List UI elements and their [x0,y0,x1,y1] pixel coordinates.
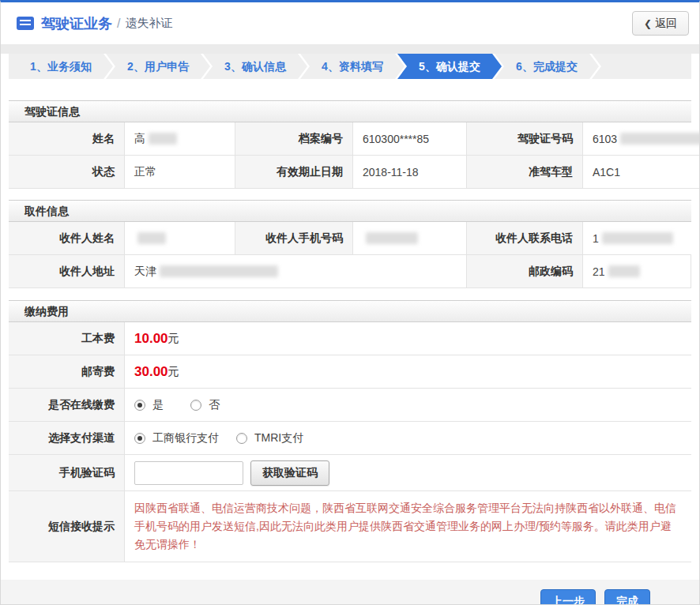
breadcrumb-current: 遗失补证 [125,16,172,31]
step-4-fill-data: 4、资料填写 [300,54,405,79]
online-payment-row: 是否在线缴费 是 否 [9,389,691,422]
redacted-value [149,133,177,145]
payment-channel-label: 选择支付渠道 [9,422,125,455]
expiry-date-value: 2018-11-18 [353,156,467,189]
back-button[interactable]: ❮ 返回 [632,11,689,36]
license-number-value: 6103 [583,122,700,156]
radio-icon [236,433,247,444]
status-label: 状态 [9,156,125,189]
recipient-address-label: 收件人地址 [9,255,125,288]
license-number-label: 驾驶证号码 [467,122,583,156]
file-number-label: 档案编号 [235,122,353,156]
production-fee-unit: 元 [168,332,179,346]
recipient-mobile-value [353,222,467,255]
license-info-section: 驾驶证信息 姓名 高 档案编号 610300****85 驾驶证号码 6103 … [9,100,691,189]
postage-fee-amount: 30.00 [134,364,168,380]
vehicle-class-label: 准驾车型 [467,156,583,189]
postage-fee-row: 邮寄费 30.00元 [9,355,691,389]
radio-online-yes[interactable]: 是 [134,398,164,412]
back-button-label: 返回 [655,17,677,31]
radio-channel-icbc[interactable]: 工商银行支付 [134,431,219,445]
verification-code-input[interactable] [134,461,243,485]
footer-action-bar: 上一步 完成 [1,580,699,605]
step-3-confirm-info: 3、确认信息 [203,54,307,79]
recipient-phone-value: 1 [583,222,691,255]
postage-fee-label: 邮寄费 [9,355,125,389]
previous-step-button[interactable]: 上一步 [540,589,596,605]
redacted-value [608,265,640,277]
postal-code-value: 21 [583,255,691,288]
postage-fee-unit: 元 [168,365,179,379]
name-value: 高 [125,122,235,156]
step-2-user-declaration: 2、用户申告 [106,54,210,79]
expiry-date-label: 有效期止日期 [235,156,353,189]
postal-code-label: 邮政编码 [467,255,583,288]
postage-fee-value: 30.00元 [125,355,691,389]
production-fee-value: 10.00元 [125,322,691,355]
redacted-value [160,265,278,277]
redacted-value [602,232,673,244]
radio-icon [134,400,145,411]
production-fee-amount: 10.00 [134,331,168,347]
page: 驾驶证业务 / 遗失补证 ❮ 返回 1、业务须知 2、用户申告 3、确认信息 4… [0,0,700,605]
radio-online-no[interactable]: 否 [190,398,220,412]
step-track-filler [592,54,691,79]
sms-notice-label: 短信接收提示 [9,491,125,562]
file-number-value: 610300****85 [353,122,467,156]
recipient-mobile-label: 收件人手机号码 [235,222,353,255]
production-fee-row: 工本费 10.00元 [9,322,691,355]
breadcrumb-separator: / [117,17,120,31]
sms-notice-text: 因陕西省联通、电信运营商技术问题，陕西省互联网交通安全综合服务管理平台无法向持陕… [134,499,680,554]
production-fee-label: 工本费 [9,322,125,355]
step-wizard: 1、业务须知 2、用户申告 3、确认信息 4、资料填写 5、确认提交 6、完成提… [9,54,691,79]
finish-button[interactable]: 完成 [604,589,650,605]
status-value: 正常 [125,156,235,189]
sms-notice-row: 短信接收提示 因陕西省联通、电信运营商技术问题，陕西省互联网交通安全综合服务管理… [9,491,691,562]
online-payment-label: 是否在线缴费 [9,389,125,422]
step-5-confirm-submit: 5、确认提交 [397,54,502,79]
redacted-value [366,232,418,244]
radio-icon [190,400,201,411]
top-bar: 驾驶证业务 / 遗失补证 ❮ 返回 [1,2,699,44]
name-label: 姓名 [9,122,125,156]
back-chevron-icon: ❮ [644,18,652,29]
recipient-name-value [125,222,235,255]
radio-channel-tmri[interactable]: TMRI支付 [236,431,303,445]
verification-code-row: 手机验证码 获取验证码 [9,455,691,491]
step-6-finish-submit: 6、完成提交 [495,54,599,79]
redacted-value [137,232,166,244]
step-1-business-notice: 1、业务须知 [9,54,113,79]
pickup-section-title: 取件信息 [9,200,691,222]
payment-channel-row: 选择支付渠道 工商银行支付 TMRI支付 [9,422,691,455]
recipient-name-label: 收件人姓名 [9,222,125,255]
page-title: 驾驶证业务 [41,14,112,33]
divider-strip [1,44,699,54]
get-code-button[interactable]: 获取验证码 [250,460,329,486]
recipient-address-value: 天津 [125,255,467,288]
verification-code-label: 手机验证码 [9,455,125,491]
form-list-icon [17,17,34,30]
vehicle-class-value: A1C1 [583,156,700,189]
recipient-phone-label: 收件人联系电话 [467,222,583,255]
radio-icon [134,433,145,444]
pickup-info-section: 取件信息 收件人姓名 收件人手机号码 收件人联系电话 1 收件人地址 天津 邮政… [9,200,691,288]
payment-section-title: 缴纳费用 [9,300,691,322]
license-section-title: 驾驶证信息 [9,100,691,122]
redacted-value [620,133,700,145]
payment-section: 缴纳费用 工本费 10.00元 邮寄费 30.00元 是否在线缴费 是 [9,300,691,562]
